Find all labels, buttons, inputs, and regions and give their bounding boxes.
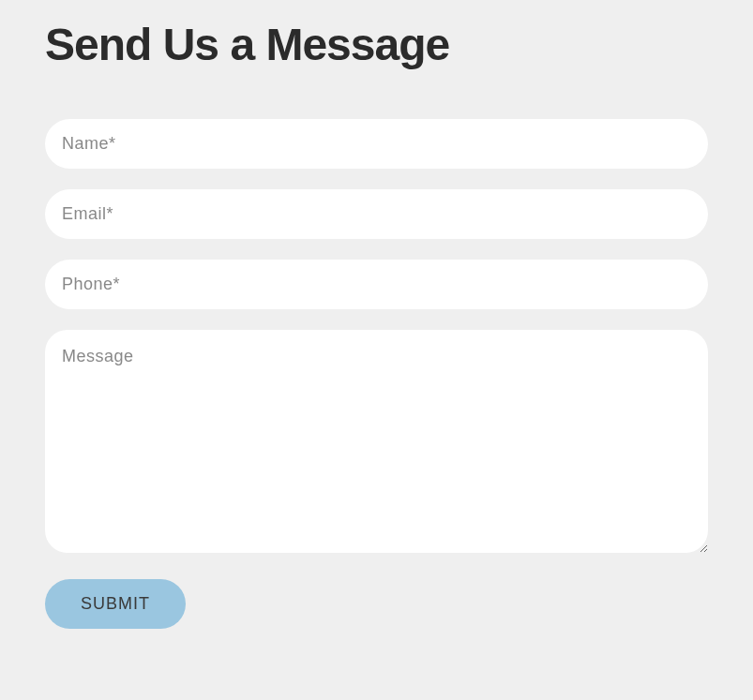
email-field[interactable] bbox=[45, 189, 708, 239]
page-title: Send Us a Message bbox=[45, 19, 708, 70]
submit-button[interactable]: SUBMIT bbox=[45, 579, 186, 629]
contact-form: SUBMIT bbox=[45, 119, 708, 629]
phone-field[interactable] bbox=[45, 260, 708, 309]
message-field[interactable] bbox=[45, 330, 708, 553]
name-field[interactable] bbox=[45, 119, 708, 169]
contact-form-container: Send Us a Message SUBMIT bbox=[0, 0, 753, 666]
